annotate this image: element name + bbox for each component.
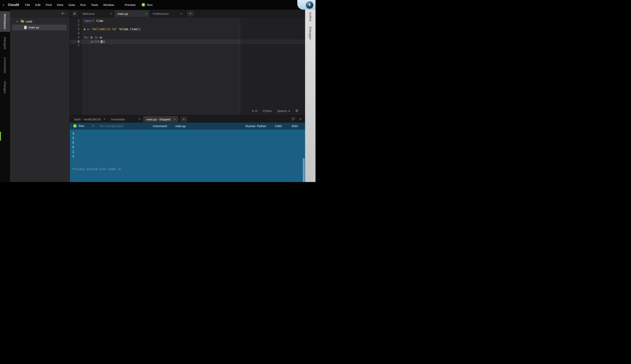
- console-tab-immediate[interactable]: Immediate×: [108, 116, 143, 122]
- tab-close-icon[interactable]: ×: [145, 12, 147, 16]
- cursor-position: 6:13: [252, 109, 258, 112]
- code-line-6: print(b): [82, 40, 305, 44]
- menu-run[interactable]: Run: [78, 3, 88, 7]
- workspace-gear-icon[interactable]: ⚙: [61, 12, 64, 15]
- tab-close-icon[interactable]: ×: [174, 118, 176, 121]
- folder-label: code: [26, 20, 33, 23]
- editor-settings-gear-icon[interactable]: ⚙: [295, 109, 298, 113]
- console-tabbar: bash - "eeafb1f8235×Immediate×main.py - …: [70, 116, 305, 122]
- tree-folder-code[interactable]: ▾ code: [10, 18, 70, 24]
- syntax-mode[interactable]: Python: [263, 109, 272, 112]
- console-tab-bash-eeafb1f8235[interactable]: bash - "eeafb1f8235×: [71, 116, 108, 122]
- tab-label: bash - "eeafb1f8235: [74, 118, 101, 121]
- console-output: 325511 Process exited with code: 0: [70, 130, 305, 182]
- tab-close-icon[interactable]: ×: [110, 12, 112, 16]
- collapse-menubar-icon[interactable]: ▲: [0, 4, 7, 6]
- menu-view[interactable]: View: [54, 3, 66, 7]
- tab-label: main.py - Stopped: [146, 118, 171, 121]
- console-tabbar-spacer: [187, 116, 292, 122]
- editor-tabbar: ▤ Welcome×main.py×Preferences× +: [70, 10, 305, 17]
- code-editor[interactable]: 1234567 import timea = 'HelloWorld %d' %…: [70, 17, 305, 115]
- code-line-3: a = 'HelloWorld %d' %time.time(): [82, 27, 305, 32]
- play-icon: [141, 3, 145, 7]
- command-label: Command:: [153, 124, 167, 128]
- line-number: 6: [70, 40, 82, 44]
- command-value[interactable]: main.py: [175, 124, 186, 128]
- python-file-icon: [24, 26, 27, 29]
- indent-setting[interactable]: Spaces: 4: [277, 109, 290, 112]
- console-output-lines: 325511: [72, 132, 305, 159]
- console-output-line: 3: [72, 132, 305, 136]
- cwd-button[interactable]: CWD: [275, 124, 282, 128]
- menubar: ▲ Cloud9 FileEditFindViewGotoRunToolsWin…: [0, 0, 315, 10]
- editor-tabs: Welcome×main.py×Preferences×: [79, 10, 185, 17]
- menu-goto[interactable]: Goto: [66, 3, 78, 7]
- menu-window[interactable]: Window: [101, 3, 117, 7]
- cloud9-logo-corner: 9: [297, 0, 315, 10]
- file-label: main.py: [29, 26, 39, 29]
- menu-edit[interactable]: Edit: [33, 3, 43, 7]
- maximize-panel-icon[interactable]: [292, 118, 295, 120]
- run-button-top[interactable]: Run: [139, 3, 155, 7]
- code-line-7: [82, 44, 305, 48]
- sidebar-tab-workspace[interactable]: Workspace: [0, 11, 10, 32]
- line-number: 4: [70, 32, 82, 36]
- menu-file[interactable]: File: [23, 3, 33, 7]
- editor-tab-preferences[interactable]: Preferences×: [150, 10, 185, 17]
- console-panel: bash - "eeafb1f8235×Immediate×main.py - …: [70, 115, 305, 182]
- console-tabs: bash - "eeafb1f8235×Immediate×main.py - …: [71, 116, 178, 122]
- env-button[interactable]: ENV: [292, 124, 298, 128]
- menu-find[interactable]: Find: [43, 3, 54, 7]
- console-scrollbar-thumb[interactable]: [303, 158, 305, 182]
- restart-icon[interactable]: ↻: [92, 124, 95, 128]
- line-number: 7: [70, 44, 82, 48]
- tab-list-icon[interactable]: ▤: [71, 10, 78, 16]
- code-line-2: [82, 23, 305, 27]
- editor-statusbar: 6:13 Python Spaces: 4 ⚙: [252, 109, 298, 113]
- text-cursor: [101, 40, 102, 44]
- main-area: WorkspaceNavigateCommandsChanges ⚙ ▾ ▾ c…: [0, 10, 315, 182]
- editor-gutter: 1234567: [70, 17, 82, 115]
- code-line-1: import time: [82, 19, 305, 23]
- cloud9-logo[interactable]: 9: [306, 1, 313, 9]
- line-number: 5: [70, 36, 82, 40]
- code-line-4: [82, 32, 305, 36]
- sidebar-tab-commands[interactable]: Commands: [0, 55, 10, 76]
- tab-close-icon[interactable]: ×: [139, 118, 141, 121]
- menu-list: FileEditFindViewGotoRunToolsWindow: [23, 3, 117, 7]
- console-output-line: 1: [72, 154, 305, 159]
- code-line-5: for b in a:: [82, 36, 305, 40]
- right-rail-tabs: OutlineDebugger: [305, 12, 315, 44]
- chevron-down-icon[interactable]: ▾: [65, 13, 66, 14]
- code-area[interactable]: import timea = 'HelloWorld %d' %time.tim…: [82, 17, 305, 115]
- collab-panel-handle[interactable]: [0, 132, 1, 141]
- play-icon: [73, 124, 77, 128]
- line-number: 2: [70, 23, 82, 27]
- console-output-line: 1: [72, 150, 305, 154]
- console-tab-main-py-stopped[interactable]: main.py - Stopped×: [143, 116, 178, 122]
- editor-tab-main-py[interactable]: main.py×: [114, 10, 150, 17]
- tree-file-main-py[interactable]: main.py: [12, 24, 67, 30]
- preview-button[interactable]: Preview: [121, 3, 139, 7]
- sidebar-tab-navigate[interactable]: Navigate: [0, 34, 10, 52]
- menu-tools[interactable]: Tools: [88, 3, 101, 7]
- new-console-tab-button[interactable]: +: [181, 117, 187, 122]
- disclosure-caret-icon[interactable]: ▾: [17, 20, 19, 23]
- tab-close-icon[interactable]: ×: [180, 12, 182, 16]
- line-number: 1: [70, 19, 82, 23]
- new-tab-button[interactable]: +: [187, 11, 193, 16]
- tab-close-icon[interactable]: ×: [104, 118, 105, 121]
- run-config-input[interactable]: [100, 124, 141, 128]
- console-window-controls: ×: [292, 116, 301, 122]
- editor-tab-welcome[interactable]: Welcome×: [79, 10, 114, 17]
- console-run-button[interactable]: Run: [73, 124, 84, 128]
- code-lines: import timea = 'HelloWorld %d' %time.tim…: [82, 19, 305, 48]
- sidebar-tab-changes[interactable]: Changes: [0, 78, 10, 96]
- close-panel-icon[interactable]: ×: [299, 117, 301, 121]
- right-rail-tab-debugger[interactable]: Debugger: [305, 27, 315, 40]
- right-rail-tab-outline[interactable]: Outline: [305, 12, 315, 22]
- runner-selector[interactable]: Runner: Python: [246, 124, 266, 128]
- app-brand: Cloud9: [8, 3, 19, 7]
- left-rail: WorkspaceNavigateCommandsChanges: [0, 10, 10, 182]
- console-run-label: Run: [79, 124, 84, 128]
